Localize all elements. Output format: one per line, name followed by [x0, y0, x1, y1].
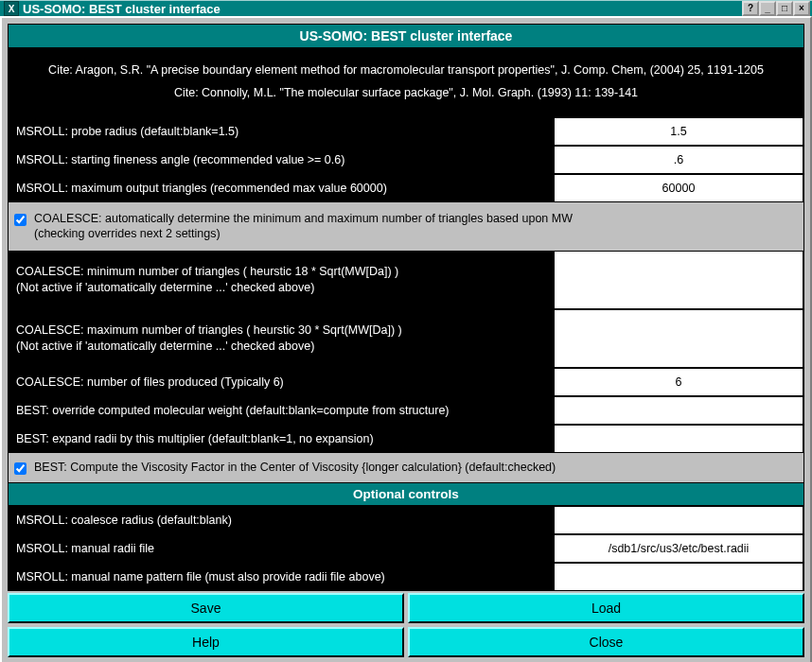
- app-icon: X: [4, 1, 19, 16]
- label-coalesce-min: COALESCE: minimum number of triangles ( …: [9, 251, 554, 309]
- row-best-viscosity: BEST: Compute the Viscosity Factor in th…: [8, 453, 804, 482]
- close-window-button[interactable]: ×: [793, 1, 810, 16]
- window-title: US-SOMO: BEST cluster interface: [23, 2, 742, 16]
- save-button[interactable]: Save: [8, 593, 404, 623]
- row-coalesce-auto: COALESCE: automatically determine the mi…: [8, 202, 804, 252]
- label-coalesce-max-l1: COALESCE: maximum number of triangles ( …: [16, 322, 402, 339]
- minimize-window-button[interactable]: _: [759, 1, 776, 16]
- label-msroll-fineness: MSROLL: starting fineness angle (recomme…: [9, 146, 554, 174]
- citation-line-2: Cite: Connolly, M.L. "The molecular surf…: [18, 82, 794, 105]
- input-best-override-mw[interactable]: [554, 396, 803, 425]
- label-coalesce-min-l2: (Not active if 'automatically determine …: [16, 280, 314, 296]
- row-msroll-fineness: MSROLL: starting fineness angle (recomme…: [8, 146, 804, 174]
- citation-line-1: Cite: Aragon, S.R. "A precise boundary e…: [18, 60, 794, 82]
- load-button[interactable]: Load: [408, 593, 804, 623]
- row-msroll-name-pattern: MSROLL: manual name pattern file (must a…: [8, 563, 804, 591]
- label-msroll-probe-radius: MSROLL: probe radius (default:blank=1.5): [9, 117, 554, 146]
- label-msroll-coalesce-radius: MSROLL: coalesce radius (default:blank): [9, 506, 554, 534]
- main-window: X US-SOMO: BEST cluster interface ? _ □ …: [0, 0, 812, 662]
- input-msroll-radii-file[interactable]: [554, 534, 803, 563]
- input-msroll-max-triangles[interactable]: [554, 174, 803, 202]
- settings-rows: MSROLL: probe radius (default:blank=1.5)…: [8, 117, 804, 591]
- titlebar: X US-SOMO: BEST cluster interface ? _ □ …: [0, 0, 812, 16]
- input-coalesce-min[interactable]: [554, 251, 803, 309]
- input-msroll-coalesce-radius[interactable]: [554, 506, 803, 534]
- row-msroll-coalesce-radius: MSROLL: coalesce radius (default:blank): [8, 506, 804, 534]
- row-msroll-max-triangles: MSROLL: maximum output triangles (recomm…: [8, 174, 804, 202]
- label-msroll-name-pattern: MSROLL: manual name pattern file (must a…: [9, 563, 554, 591]
- button-grid: Save Load Help Close: [8, 591, 804, 657]
- input-msroll-probe-radius[interactable]: [554, 117, 803, 146]
- input-coalesce-max[interactable]: [554, 309, 803, 368]
- label-coalesce-auto-l2: (checking overrides next 2 settings): [34, 226, 573, 242]
- label-msroll-max-triangles: MSROLL: maximum output triangles (recomm…: [9, 174, 554, 202]
- help-window-button[interactable]: ?: [742, 1, 759, 16]
- label-best-override-mw: BEST: override computed molecular weight…: [9, 396, 554, 425]
- client-area: US-SOMO: BEST cluster interface Cite: Ar…: [0, 16, 812, 662]
- row-best-expand-radii: BEST: expand radii by this multiplier (d…: [8, 425, 804, 453]
- maximize-window-button[interactable]: □: [776, 1, 793, 16]
- label-coalesce-auto-l1: COALESCE: automatically determine the mi…: [34, 211, 573, 227]
- input-best-expand-radii[interactable]: [554, 425, 803, 453]
- checkbox-best-viscosity[interactable]: [14, 462, 26, 475]
- window-controls: ? _ □ ×: [742, 1, 810, 16]
- label-coalesce-max: COALESCE: maximum number of triangles ( …: [9, 309, 554, 368]
- label-best-expand-radii: BEST: expand radii by this multiplier (d…: [9, 425, 554, 453]
- row-coalesce-nfiles: COALESCE: number of files produced (Typi…: [8, 368, 804, 396]
- row-coalesce-max: COALESCE: maximum number of triangles ( …: [8, 309, 804, 368]
- label-coalesce-nfiles: COALESCE: number of files produced (Typi…: [9, 368, 554, 396]
- label-coalesce-min-l1: COALESCE: minimum number of triangles ( …: [16, 264, 398, 280]
- input-coalesce-nfiles[interactable]: [554, 368, 803, 396]
- row-msroll-probe-radius: MSROLL: probe radius (default:blank=1.5): [8, 117, 804, 146]
- row-msroll-radii-file: MSROLL: manual radii file: [8, 534, 804, 563]
- help-button[interactable]: Help: [8, 627, 404, 657]
- label-coalesce-auto: COALESCE: automatically determine the mi…: [34, 211, 573, 243]
- citation-block: Cite: Aragon, S.R. "A precise boundary e…: [8, 48, 804, 117]
- banner: US-SOMO: BEST cluster interface: [8, 24, 804, 48]
- input-msroll-fineness[interactable]: [554, 146, 803, 174]
- label-coalesce-max-l2: (Not active if 'automatically determine …: [16, 339, 314, 355]
- checkbox-coalesce-auto[interactable]: [14, 214, 26, 226]
- optional-controls-header: Optional controls: [8, 482, 804, 506]
- row-best-override-mw: BEST: override computed molecular weight…: [8, 396, 804, 425]
- input-msroll-name-pattern[interactable]: [554, 563, 803, 591]
- close-button[interactable]: Close: [408, 627, 804, 657]
- label-msroll-radii-file: MSROLL: manual radii file: [9, 534, 554, 563]
- label-best-viscosity: BEST: Compute the Viscosity Factor in th…: [34, 460, 556, 476]
- row-coalesce-min: COALESCE: minimum number of triangles ( …: [8, 251, 804, 309]
